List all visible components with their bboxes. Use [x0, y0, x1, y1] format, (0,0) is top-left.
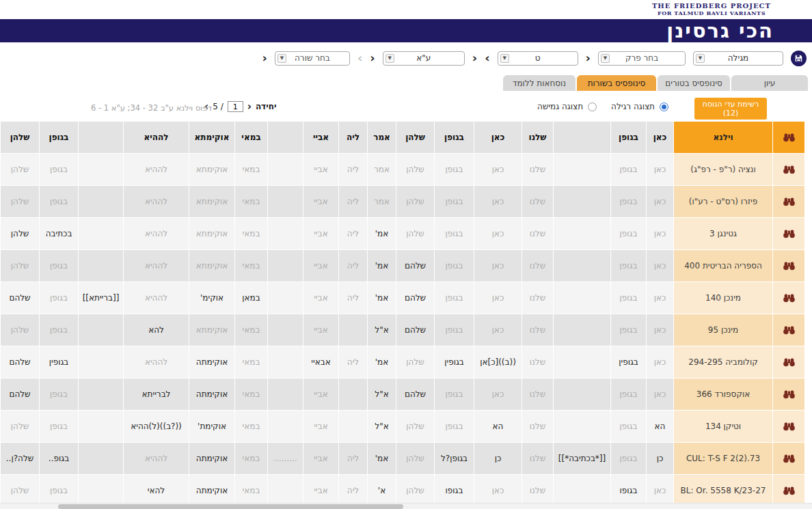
word-cell[interactable]: שלנו: [522, 475, 553, 507]
word-cell[interactable]: בגופן: [434, 122, 474, 154]
word-cell[interactable]: שלהם: [0, 282, 39, 314]
word-cell[interactable]: בגופן: [434, 218, 474, 250]
view-flexible-radio[interactable]: [588, 102, 597, 111]
word-cell[interactable]: כאן: [474, 475, 522, 507]
word-cell[interactable]: שלהן: [396, 122, 434, 154]
word-cell[interactable]: כן: [474, 443, 522, 475]
daf-next-button[interactable]: ‹: [586, 52, 591, 64]
word-cell[interactable]: שלהן: [0, 122, 39, 154]
witness-name[interactable]: הספריה הבריטית 400: [673, 250, 772, 282]
word-cell[interactable]: אביי: [303, 379, 338, 411]
word-cell[interactable]: אמ': [367, 250, 396, 282]
save-button[interactable]: [791, 51, 807, 66]
word-cell[interactable]: שלהן: [396, 443, 434, 475]
word-cell[interactable]: כאן: [474, 314, 522, 346]
word-cell[interactable]: אמ': [367, 218, 396, 250]
witness-name[interactable]: פיזרו (רס"ט - רע"ו): [673, 186, 772, 218]
word-cell[interactable]: בגופן: [39, 186, 78, 218]
word-cell[interactable]: לההיא: [123, 218, 189, 250]
word-cell[interactable]: שלהן: [0, 186, 39, 218]
view-regular-radio[interactable]: [660, 102, 668, 111]
word-cell[interactable]: שלנו: [522, 282, 553, 314]
word-cell[interactable]: אוקימתה: [189, 346, 234, 379]
word-cell[interactable]: כאן: [646, 186, 673, 218]
word-cell[interactable]: כאן: [474, 122, 522, 154]
binoculars-icon[interactable]: [772, 346, 804, 379]
binoculars-icon[interactable]: [772, 154, 804, 186]
word-cell[interactable]: בגופין: [39, 346, 78, 379]
witness-name[interactable]: וילנא: [673, 122, 772, 154]
word-cell[interactable]: שלהן: [396, 411, 434, 443]
witness-name[interactable]: גטינגן 3: [673, 218, 772, 250]
word-cell[interactable]: במאי: [234, 186, 267, 218]
witness-name[interactable]: וטיקן 134: [673, 411, 772, 443]
word-cell[interactable]: כן: [646, 443, 673, 475]
line-select[interactable]: בחר שורה ▼: [275, 51, 350, 66]
word-cell[interactable]: כאן: [646, 154, 673, 186]
word-cell[interactable]: בגופ..: [39, 443, 78, 475]
word-cell[interactable]: ליה: [338, 443, 367, 475]
word-cell[interactable]: בגופן: [610, 250, 646, 282]
word-cell[interactable]: אמר: [367, 186, 396, 218]
witness-name[interactable]: אוקספורד 366: [673, 379, 772, 411]
word-cell[interactable]: שלהן: [396, 218, 434, 250]
word-cell[interactable]: שלהן: [0, 411, 39, 443]
witness-name[interactable]: ונציה (ר"פ - רפ"ג): [673, 154, 772, 186]
word-cell[interactable]: לההיא: [123, 443, 189, 475]
word-cell[interactable]: בגופן: [610, 379, 646, 411]
witness-name[interactable]: BL: Or. 5558 K/23-27: [673, 475, 772, 507]
word-cell[interactable]: שלנו: [522, 379, 553, 411]
word-cell[interactable]: במאי: [234, 122, 267, 154]
word-cell[interactable]: אוקימת': [189, 411, 234, 443]
word-cell[interactable]: בגופן: [39, 475, 78, 507]
word-cell[interactable]: לההיא: [123, 122, 189, 154]
word-cell[interactable]: שלהן: [396, 346, 434, 379]
word-cell[interactable]: אביי: [303, 218, 338, 250]
word-cell[interactable]: שלנו: [522, 186, 553, 218]
word-cell[interactable]: ליה: [338, 346, 367, 379]
word-cell[interactable]: אבאיי: [303, 346, 338, 379]
word-cell[interactable]: שלנו: [522, 250, 553, 282]
word-cell[interactable]: בגופן: [39, 314, 78, 346]
word-cell[interactable]: לההיא: [123, 282, 189, 314]
scrollbar-thumb[interactable]: [58, 504, 403, 509]
word-cell[interactable]: במאי: [234, 314, 267, 346]
word-cell[interactable]: אביי: [303, 475, 338, 507]
word-cell[interactable]: כאן: [474, 250, 522, 282]
binoculars-icon[interactable]: [772, 186, 804, 218]
line-nav-button-disabled[interactable]: ›: [357, 52, 362, 64]
witness-name[interactable]: CUL: T-S F 2(2).73: [673, 443, 772, 475]
word-cell[interactable]: אביי: [303, 443, 338, 475]
word-cell[interactable]: במאי: [234, 475, 267, 507]
word-cell[interactable]: כאן: [646, 218, 673, 250]
word-cell[interactable]: אביי: [303, 186, 338, 218]
word-cell[interactable]: הא: [474, 411, 522, 443]
word-cell[interactable]: שלהן: [0, 218, 39, 250]
word-cell[interactable]: אביי: [303, 411, 338, 443]
word-cell[interactable]: אביי: [303, 122, 338, 154]
word-cell[interactable]: אוקימתא: [189, 122, 234, 154]
word-cell[interactable]: בגופן: [434, 314, 474, 346]
word-cell[interactable]: הא: [646, 411, 673, 443]
word-cell[interactable]: אביי: [303, 314, 338, 346]
word-cell[interactable]: שלנו: [522, 346, 553, 379]
binoculars-icon[interactable]: [772, 282, 804, 314]
tab-iyun[interactable]: עיון: [731, 75, 808, 91]
word-cell[interactable]: כאן: [474, 186, 522, 218]
word-cell[interactable]: אמר: [367, 154, 396, 186]
chapter-select[interactable]: בחר פרק ▼: [598, 51, 686, 66]
word-cell[interactable]: להא: [123, 314, 189, 346]
word-cell[interactable]: שלנו: [522, 411, 553, 443]
word-cell[interactable]: שלנו: [522, 122, 553, 154]
word-cell[interactable]: ליה: [338, 122, 367, 154]
word-cell[interactable]: [[*בכתיבה*]]: [553, 443, 610, 475]
word-cell[interactable]: כאן: [646, 314, 673, 346]
unit-input[interactable]: [228, 101, 243, 112]
word-cell[interactable]: ליה: [338, 282, 367, 314]
word-cell[interactable]: לברייתא: [123, 379, 189, 411]
word-cell[interactable]: אוקימ': [189, 282, 234, 314]
word-cell[interactable]: בגופן: [434, 250, 474, 282]
word-cell[interactable]: שלהם: [396, 282, 434, 314]
word-cell[interactable]: כאן: [474, 282, 522, 314]
word-cell[interactable]: במאי: [234, 346, 267, 379]
